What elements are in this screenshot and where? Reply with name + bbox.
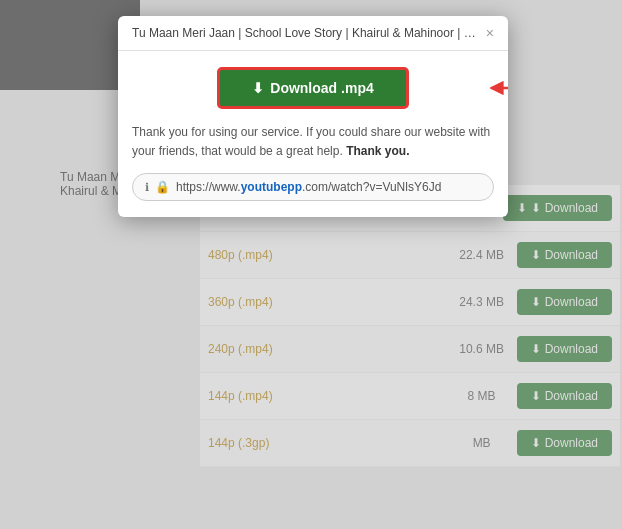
thank-you-message: Thank you for using our service. If you … xyxy=(132,123,494,161)
info-icon: ℹ xyxy=(145,181,149,194)
url-bar: ℹ 🔒 https://www.youtubepp.com/watch?v=Vu… xyxy=(132,173,494,201)
download-mp4-wrapper: ⬇ Download .mp4 xyxy=(132,67,494,109)
red-arrow-icon xyxy=(490,73,508,103)
lock-icon: 🔒 xyxy=(155,180,170,194)
modal-body: ⬇ Download .mp4 Thank you for using our … xyxy=(118,51,508,217)
close-button[interactable]: × xyxy=(486,26,494,40)
download-mp4-label: Download .mp4 xyxy=(270,80,373,96)
url-text: https://www.youtubepp.com/watch?v=VuNlsY… xyxy=(176,180,481,194)
modal-header: Tu Maan Meri Jaan | School Love Story | … xyxy=(118,16,508,51)
modal-title: Tu Maan Meri Jaan | School Love Story | … xyxy=(132,26,478,40)
url-highlight: youtubepp xyxy=(241,180,302,194)
download-mp4-button[interactable]: ⬇ Download .mp4 xyxy=(217,67,408,109)
download-modal: Tu Maan Meri Jaan | School Love Story | … xyxy=(118,16,508,217)
thank-you-bold: Thank you. xyxy=(346,144,409,158)
download-mp4-icon: ⬇ xyxy=(252,80,264,96)
